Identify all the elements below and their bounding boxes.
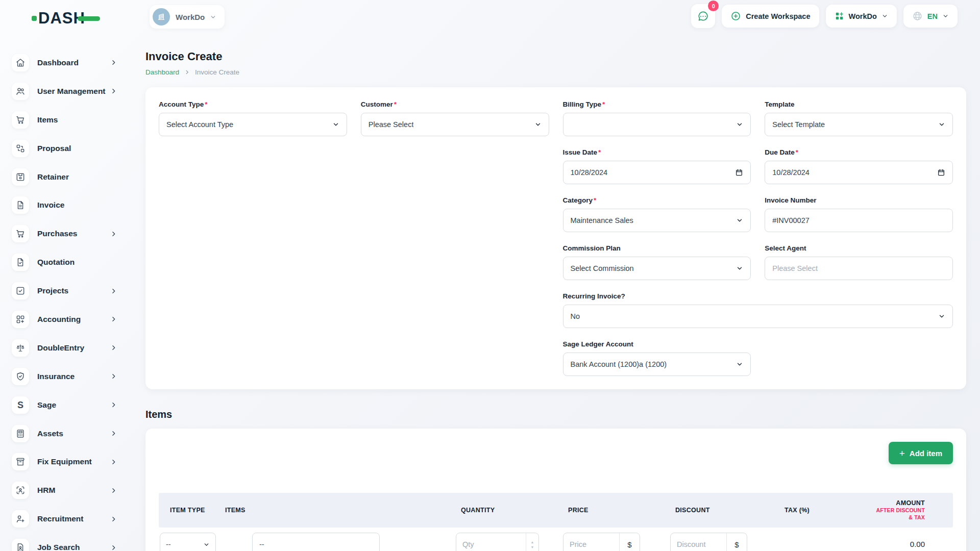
chevron-right-icon: [110, 544, 117, 551]
col-item-type: ITEM TYPE: [159, 507, 219, 514]
quantity-input[interactable]: [456, 540, 526, 548]
category-select[interactable]: Maintenance Sales: [563, 209, 751, 232]
chevron-right-icon: [110, 516, 117, 522]
sidebar-item-job-search[interactable]: Job Search: [0, 533, 145, 551]
sidebar-item-sage[interactable]: S Sage: [0, 391, 145, 419]
sidebar-item-fix-equipment[interactable]: Fix Equipment: [0, 447, 145, 476]
sidebar-item-recruitment[interactable]: Recruitment: [0, 505, 145, 533]
sidebar-item-projects[interactable]: Projects: [0, 277, 145, 305]
chevron-down-icon: [736, 265, 743, 272]
chevron-down-icon: [736, 361, 743, 368]
currency-suffix: $: [726, 533, 747, 551]
col-quantity: QUANTITY: [455, 507, 562, 514]
required-asterisk: *: [598, 148, 601, 156]
invoice-number-wrap: [765, 209, 953, 232]
select-agent-input[interactable]: [772, 264, 945, 272]
customer-select[interactable]: Please Select: [361, 113, 549, 136]
sidebar-item-hrm[interactable]: HRM: [0, 476, 145, 505]
breadcrumb-dashboard-link[interactable]: Dashboard: [145, 68, 179, 76]
file-icon: [12, 196, 29, 214]
sage-ledger-select[interactable]: Bank Account (1200)a (1200): [563, 353, 751, 376]
chevron-right-icon: [110, 487, 117, 494]
due-date-input[interactable]: 10/28/2024: [765, 161, 953, 184]
discount-input[interactable]: [671, 540, 726, 548]
items-table-header: ITEM TYPE ITEMS QUANTITY PRICE DISCOUNT …: [159, 493, 953, 528]
recurring-invoice-select[interactable]: No: [563, 305, 953, 328]
chevron-right-icon: [184, 69, 190, 75]
sidebar-item-invoice[interactable]: Invoice: [0, 191, 145, 219]
calculator-icon: [12, 425, 29, 442]
chevron-down-icon: [736, 121, 743, 128]
item-type-select[interactable]: --: [160, 533, 216, 551]
sidebar-item-purchases[interactable]: Purchases: [0, 219, 145, 248]
billing-type-select[interactable]: [563, 113, 751, 136]
price-input[interactable]: [564, 540, 619, 548]
check-square-icon: [12, 282, 29, 299]
calendar-icon: [937, 168, 945, 177]
breadcrumb: Dashboard Invoice Create: [145, 68, 966, 76]
sidebar-item-proposal[interactable]: Proposal: [0, 134, 145, 163]
invoice-number-input[interactable]: [772, 216, 945, 224]
account-type-select[interactable]: Select Account Type: [159, 113, 347, 136]
number-spinner[interactable]: ▲▼: [526, 533, 538, 551]
issue-date-input[interactable]: 10/28/2024: [563, 161, 751, 184]
home-icon: [12, 54, 29, 71]
select-agent-wrap: [765, 257, 953, 280]
shield-check-icon: [12, 368, 29, 385]
file-check-icon: [12, 254, 29, 271]
users-icon: [12, 83, 29, 100]
sage-icon: S: [12, 396, 29, 414]
cart-icon: [12, 111, 29, 129]
items-field[interactable]: [259, 540, 373, 548]
chevron-right-icon: [110, 344, 117, 351]
items-field-wrap: [252, 533, 380, 551]
chevron-down-icon: [534, 121, 542, 128]
col-price: PRICE: [562, 507, 669, 514]
items-card: + Add item ITEM TYPE ITEMS QUANTITY PRIC…: [145, 429, 966, 551]
col-amount-subheader: AFTER DISCOUNT & TAX: [874, 507, 925, 521]
sidebar-item-retainer[interactable]: Retainer: [0, 163, 145, 191]
col-amount: AMOUNT AFTER DISCOUNT & TAX: [868, 499, 953, 521]
col-items: ITEMS: [219, 507, 455, 514]
plus-icon: +: [899, 448, 905, 458]
chevron-right-icon: [110, 459, 117, 465]
chevron-right-icon: [110, 316, 117, 322]
calendar-icon: [735, 168, 743, 177]
add-item-button[interactable]: + Add item: [889, 442, 953, 464]
archive-icon: [12, 453, 29, 470]
chevron-right-icon: [110, 373, 117, 380]
field-recurring-invoice: Recurring Invoice? No: [563, 292, 953, 328]
sidebar-nav: Dashboard User Management Items Proposal…: [0, 48, 145, 551]
chevron-down-icon: [938, 121, 945, 128]
sidebar-item-user-management[interactable]: User Management: [0, 77, 145, 106]
commission-plan-select[interactable]: Select Commission: [563, 257, 751, 280]
brand-logo: DASH: [32, 10, 100, 26]
amount-value: 0.00: [868, 533, 953, 548]
chevron-right-icon: [110, 59, 117, 66]
user-scan-icon: [12, 482, 29, 499]
required-asterisk: *: [594, 196, 596, 204]
sidebar-item-quotation[interactable]: Quotation: [0, 248, 145, 277]
scale-icon: [12, 339, 29, 357]
required-asterisk: *: [205, 101, 207, 108]
sidebar-item-items[interactable]: Items: [0, 106, 145, 134]
chevron-down-icon: [736, 217, 743, 224]
user-plus-icon: [12, 510, 29, 528]
col-discount: DISCOUNT: [669, 507, 778, 514]
template-select[interactable]: Select Template: [765, 113, 953, 136]
required-asterisk: *: [602, 101, 605, 108]
logo-accent-dot: [32, 16, 37, 21]
sidebar-item-accounting[interactable]: Accounting: [0, 305, 145, 334]
field-invoice-number: Invoice Number: [765, 196, 953, 232]
sidebar-item-doubleentry[interactable]: DoubleEntry: [0, 334, 145, 362]
items-section-heading: Items: [145, 409, 966, 420]
sidebar-item-assets[interactable]: Assets: [0, 419, 145, 448]
cart-icon: [12, 225, 29, 242]
sidebar-item-dashboard[interactable]: Dashboard: [0, 48, 145, 77]
price-field-group: $: [563, 533, 640, 551]
grid-plus-icon: [12, 311, 29, 328]
field-sage-ledger-account: Sage Ledger Account Bank Account (1200)a…: [563, 340, 751, 376]
sidebar-item-insurance[interactable]: Insurance: [0, 362, 145, 391]
chevron-down-icon: [203, 541, 210, 548]
field-select-agent: Select Agent: [765, 244, 953, 280]
